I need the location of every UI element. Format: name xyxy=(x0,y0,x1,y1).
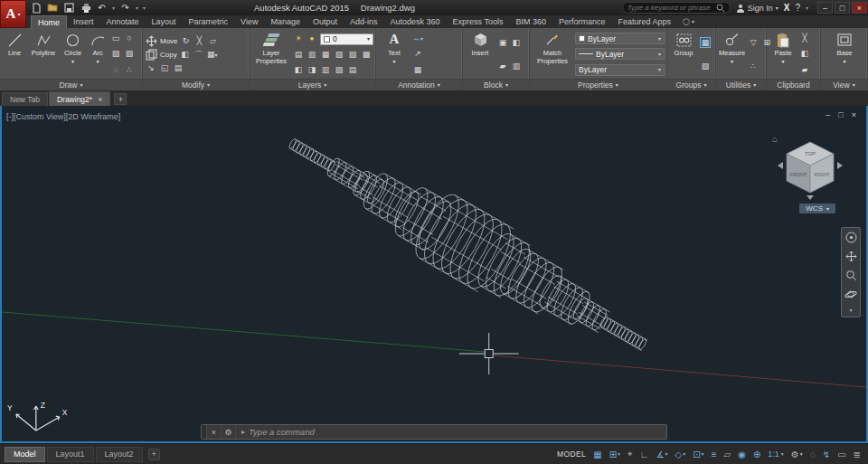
modify-panel-label[interactable]: Modify▾ xyxy=(143,79,249,90)
boundary-icon[interactable]: ◌ xyxy=(110,64,121,75)
ellipse-icon[interactable]: ○ xyxy=(124,33,135,44)
application-menu-button[interactable]: A ▾ xyxy=(0,0,26,28)
measure-button[interactable]: Measure ▾ xyxy=(719,30,745,79)
command-prompt[interactable]: Type a command xyxy=(249,427,315,437)
circle-button[interactable]: Circle ▾ xyxy=(61,30,85,79)
doc-close-button[interactable]: × xyxy=(852,110,856,119)
tab-express-tools[interactable]: Express Tools xyxy=(447,15,510,28)
isolate-objects-icon[interactable]: ◌ xyxy=(810,450,816,459)
qat-customize-chevron-icon[interactable]: ▾ xyxy=(143,5,146,11)
lineweight-select[interactable]: ByLayer ▾ xyxy=(575,48,665,60)
tab-output[interactable]: Output xyxy=(307,15,344,28)
orbit-icon[interactable] xyxy=(844,289,857,300)
rotate-icon[interactable]: ↻ xyxy=(181,36,192,47)
create-block-icon[interactable]: ▣ xyxy=(497,37,508,48)
explode-icon[interactable]: ▤ xyxy=(173,62,184,73)
doc-restore-button[interactable]: □ xyxy=(838,110,843,119)
annotation-visibility-icon[interactable]: ◉ xyxy=(738,450,746,459)
customization-icon[interactable]: ≣ xyxy=(854,450,861,459)
point-icon[interactable]: ∴ xyxy=(124,64,135,75)
match-properties-button[interactable]: Match Properties xyxy=(533,30,572,79)
model-space-button[interactable]: MODEL xyxy=(557,450,586,459)
scale-icon[interactable]: ◱ xyxy=(159,62,170,73)
tab-insert[interactable]: Insert xyxy=(67,15,100,28)
navbar-more-icon[interactable]: ▾ xyxy=(849,308,852,313)
layout-tab-layout2[interactable]: Layout2 xyxy=(96,447,143,462)
tab-parametric[interactable]: Parametric xyxy=(183,15,235,28)
isometric-drafting-icon[interactable]: ◇▾ xyxy=(675,450,686,459)
hatch-icon[interactable]: ▨ xyxy=(110,49,121,60)
layer-freeze-icon[interactable]: ● xyxy=(307,33,317,44)
view-panel-label[interactable]: View▾ xyxy=(821,79,867,90)
layers-panel-label[interactable]: Layers▾ xyxy=(250,79,375,90)
text-button[interactable]: A Text ▾ xyxy=(379,30,410,79)
minimize-button[interactable]: – xyxy=(817,2,833,14)
rectangle-icon[interactable]: ▭ xyxy=(110,33,121,44)
plot-icon[interactable] xyxy=(80,2,91,14)
tab-layout[interactable]: Layout xyxy=(146,15,183,28)
tab-addins[interactable]: Add-ins xyxy=(344,15,384,28)
wcs-button[interactable]: WCS ▾ xyxy=(799,204,835,213)
layer-tool-icon[interactable]: ◨ xyxy=(307,65,317,76)
layer-tool-icon[interactable]: ▤ xyxy=(293,50,304,61)
navigation-wheel-icon[interactable] xyxy=(845,232,857,243)
arc-button[interactable]: Arc ▾ xyxy=(88,30,108,79)
trim-icon[interactable]: ╳ xyxy=(194,36,205,47)
id-point-icon[interactable]: ∴ xyxy=(748,61,759,71)
transparency-icon[interactable]: ▱ xyxy=(723,450,731,459)
cut-icon[interactable]: ╳ xyxy=(799,33,810,44)
layout-tab-layout1[interactable]: Layout1 xyxy=(47,447,94,462)
group-button[interactable]: Group xyxy=(670,30,697,79)
close-icon[interactable]: × xyxy=(98,95,102,104)
layer-tool-icon[interactable]: ▦ xyxy=(320,50,331,61)
view-cube[interactable]: ⌂ TOP FRONT RIGHT xyxy=(769,129,852,207)
edit-block-icon[interactable]: ◧ xyxy=(511,37,522,48)
stretch-icon[interactable]: ↘ xyxy=(146,62,156,73)
new-layout-button[interactable]: + xyxy=(148,449,160,460)
tab-home[interactable]: Home xyxy=(31,15,67,28)
tab-performance[interactable]: Performance xyxy=(552,15,612,28)
tab-autodesk360[interactable]: Autodesk 360 xyxy=(384,15,447,28)
undo-chevron-icon[interactable]: ▾ xyxy=(112,5,115,11)
properties-panel-label[interactable]: Properties▾ xyxy=(530,79,666,90)
snap-icon[interactable]: ⊞▾ xyxy=(609,450,620,459)
table-icon[interactable]: ▦ xyxy=(412,64,423,75)
ribbon-toggle-button[interactable]: ◯ ▾ xyxy=(683,15,694,28)
gradient-icon[interactable]: ▧ xyxy=(124,49,135,60)
object-snap-icon[interactable]: ⊡▾ xyxy=(693,450,703,459)
infer-constraints-icon[interactable]: ⌖ xyxy=(627,449,633,459)
autoscale-icon[interactable]: ⊕ xyxy=(753,450,760,459)
quick-select-icon[interactable]: ▽ xyxy=(748,37,759,48)
layer-tool-icon[interactable]: ▨ xyxy=(347,50,358,61)
layer-select[interactable]: 0 ▾ xyxy=(320,33,373,45)
annotation-scale-button[interactable]: 1:1▾ xyxy=(768,450,784,459)
layer-tool-icon[interactable]: ◧ xyxy=(293,65,304,76)
group-selection-toggle-icon[interactable]: ▦ xyxy=(700,37,711,48)
tab-bim360[interactable]: BIM 360 xyxy=(509,15,552,28)
search-input[interactable] xyxy=(627,4,713,12)
polar-tracking-icon[interactable]: ∡▾ xyxy=(656,450,668,459)
erase-icon[interactable]: ▱ xyxy=(208,36,219,47)
save-icon[interactable] xyxy=(63,2,75,14)
move-button[interactable]: Move xyxy=(146,35,178,47)
insert-button[interactable]: Insert xyxy=(466,30,495,79)
layer-tool-icon[interactable]: ▩ xyxy=(361,50,372,61)
tab-annotate[interactable]: Annotate xyxy=(100,15,146,28)
command-line[interactable]: × ⚙ ▸ Type a command xyxy=(201,424,667,440)
linetype-select[interactable]: ByLayer ▾ xyxy=(575,64,665,76)
pan-icon[interactable] xyxy=(845,251,857,262)
close-icon[interactable]: × xyxy=(207,425,222,439)
layer-tool-icon[interactable]: ▤ xyxy=(347,65,358,76)
ortho-icon[interactable]: ∟ xyxy=(640,450,649,459)
groups-panel-label[interactable]: Groups▾ xyxy=(667,79,715,90)
layer-properties-button[interactable]: Layer Properties xyxy=(252,30,290,79)
layer-tool-icon[interactable]: ▥ xyxy=(320,65,331,76)
workspace-gear-icon[interactable]: ⚙▾ xyxy=(791,450,803,459)
layer-tool-icon[interactable]: ▥ xyxy=(307,50,317,61)
help-search-box[interactable] xyxy=(622,2,731,14)
utilities-panel-label[interactable]: Utilities▾ xyxy=(716,79,766,90)
tab-featured-apps[interactable]: Featured Apps xyxy=(612,15,678,28)
tab-manage[interactable]: Manage xyxy=(264,15,307,28)
new-file-icon[interactable] xyxy=(31,2,42,14)
annotation-panel-label[interactable]: Annotation▾ xyxy=(376,79,462,90)
